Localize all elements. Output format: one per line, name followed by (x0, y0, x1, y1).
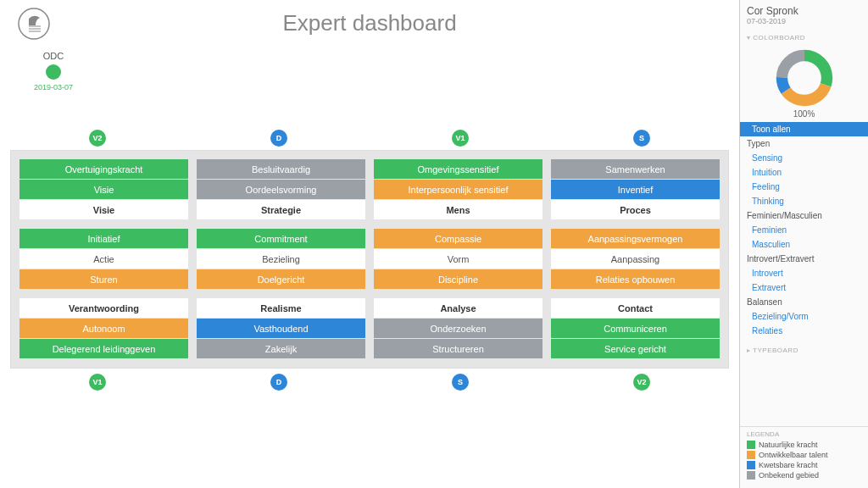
filter-group-header: Feminien/Masculien (740, 208, 868, 223)
competency-bar[interactable]: Autonoom (19, 319, 188, 339)
competency-bar[interactable]: Besluitvaardig (197, 159, 365, 180)
competency-bar[interactable]: Overtuigingskracht (19, 159, 188, 180)
legend-row: Kwetsbare kracht (747, 461, 861, 469)
colorboard-toggle[interactable]: Colorboard (740, 30, 868, 45)
competency-section: RealismeVasthoudendZakelijk (197, 298, 365, 359)
legend-label: Natuurlijke kracht (759, 441, 818, 449)
competency-bar[interactable]: Inventief (551, 180, 720, 200)
competency-bar[interactable]: Service gericht (551, 339, 720, 359)
competency-bar[interactable]: Contact (551, 298, 720, 319)
competency-bar[interactable]: Communiceren (551, 319, 720, 339)
legend-label: Ontwikkelbaar talent (759, 451, 828, 459)
competency-bar[interactable]: Sturen (19, 269, 188, 290)
competency-bar[interactable]: Oordeelsvorming (197, 180, 365, 200)
filter-item[interactable]: Feeling (740, 180, 868, 194)
competency-bar[interactable]: Omgevingssensitief (374, 159, 542, 180)
competency-bar[interactable]: Zakelijk (197, 339, 365, 359)
competency-bar[interactable]: Onderzoeken (374, 319, 542, 339)
legend-label: Onbekend gebied (759, 471, 819, 480)
legend: Legenda Natuurlijke krachtOntwikkelbaar … (740, 426, 868, 488)
competency-section: CommitmentBezielingDoelgericht (197, 229, 365, 290)
filter-toon-allen[interactable]: Toon allen (740, 122, 868, 136)
filter-item[interactable]: Intuition (740, 165, 868, 180)
competency-bar[interactable]: Actie (19, 249, 188, 269)
chart-percent: 100% (793, 109, 815, 119)
bottom-badge-row: V1DSV2 (12, 374, 727, 391)
column-badge: S (633, 130, 650, 147)
competency-section: SamenwerkenInventiefProces (551, 159, 720, 220)
competency-section: OvertuigingskrachtVisieVisie (19, 159, 188, 220)
filter-item[interactable]: Masculien (740, 237, 868, 252)
filter-item[interactable]: Bezieling/Vorm (740, 309, 868, 324)
legend-swatch (747, 471, 755, 480)
competency-bar[interactable]: Aanpassing (551, 249, 720, 269)
legend-title: Legenda (747, 430, 861, 438)
legend-label: Kwetsbare kracht (759, 461, 818, 469)
column-badge: V1 (89, 374, 106, 391)
filter-item[interactable]: Relaties (740, 324, 868, 338)
brand-logo (17, 7, 51, 41)
competency-bar[interactable]: Vasthoudend (197, 319, 365, 339)
legend-row: Natuurlijke kracht (747, 441, 861, 449)
legend-swatch (747, 441, 755, 449)
filter-item[interactable]: Feminien (740, 223, 868, 237)
competency-section: OmgevingssensitiefInterpersoonlijk sensi… (374, 159, 542, 220)
legend-row: Onbekend gebied (747, 471, 861, 480)
competency-bar[interactable]: Strategie (197, 200, 365, 220)
column-badge: V2 (89, 130, 106, 147)
filter-item[interactable]: Thinking (740, 194, 868, 208)
column-badge: V1 (452, 130, 469, 147)
odc-selector[interactable]: ODC 2019-03-07 (34, 51, 73, 92)
competency-bar[interactable]: Structureren (374, 339, 542, 359)
svg-point-4 (782, 55, 826, 100)
competency-section: BesluitvaardigOordeelsvormingStrategie (197, 159, 365, 220)
competency-bar[interactable]: Relaties opbouwen (551, 269, 720, 290)
filter-group-header: Typen (740, 136, 868, 151)
competency-bar[interactable]: Verantwoording (19, 298, 188, 319)
competency-bar[interactable]: Bezieling (197, 249, 365, 269)
competency-bar[interactable]: Discipline (374, 269, 542, 290)
competency-bar[interactable]: Vorm (374, 249, 542, 269)
competency-bar[interactable]: Interpersoonlijk sensitief (374, 180, 542, 200)
competency-section: InitiatiefActieSturen (19, 229, 188, 290)
competency-section: AanpassingsvermogenAanpassingRelaties op… (551, 229, 720, 290)
filter-item[interactable]: Introvert (740, 266, 868, 280)
column-badge: S (452, 374, 469, 391)
legend-row: Ontwikkelbaar talent (747, 451, 861, 459)
filter-item[interactable]: Sensing (740, 151, 868, 165)
competency-bar[interactable]: Mens (374, 200, 542, 220)
filter-item[interactable]: Extravert (740, 280, 868, 295)
colorboard-donut-chart (775, 48, 834, 108)
competency-bar[interactable]: Visie (19, 180, 188, 200)
odc-status-dot (46, 64, 61, 80)
competency-section: VerantwoordingAutonoomDelegerend leiding… (19, 298, 188, 359)
odc-date: 2019-03-07 (34, 83, 73, 92)
legend-swatch (747, 461, 755, 469)
odc-label: ODC (34, 51, 73, 61)
competency-bar[interactable]: Initiatief (19, 229, 188, 249)
competency-bar[interactable]: Samenwerken (551, 159, 720, 180)
typeboard-toggle[interactable]: Typeboard (740, 343, 868, 358)
competency-bar[interactable]: Aanpassingsvermogen (551, 229, 720, 249)
sidebar: Cor Spronk 07-03-2019 Colorboard 100% To… (739, 0, 868, 488)
competency-bar[interactable]: Analyse (374, 298, 542, 319)
competency-section: CompassieVormDiscipline (374, 229, 542, 290)
column-badge: D (270, 130, 287, 147)
competency-section: ContactCommunicerenService gericht (551, 298, 720, 359)
competency-bar[interactable]: Compassie (374, 229, 542, 249)
competency-bar[interactable]: Proces (551, 200, 720, 220)
column-badge: V2 (633, 374, 650, 391)
competency-bar[interactable]: Realisme (197, 298, 365, 319)
competency-bar[interactable]: Commitment (197, 229, 365, 249)
report-date: 07-03-2019 (747, 17, 861, 25)
filter-group-header: Balansen (740, 295, 868, 309)
competency-grid: OvertuigingskrachtVisieVisieBesluitvaard… (10, 150, 729, 369)
top-badge-row: V2DV1S (12, 130, 727, 147)
filter-group-header: Introvert/Extravert (740, 252, 868, 266)
competency-bar[interactable]: Doelgericht (197, 269, 365, 290)
filter-list: Toon allenTypenSensingIntuitionFeelingTh… (740, 122, 868, 343)
competency-bar[interactable]: Visie (19, 200, 188, 220)
column-badge: D (270, 374, 287, 391)
competency-bar[interactable]: Delegerend leidinggeven (19, 339, 188, 359)
user-name: Cor Spronk (747, 5, 861, 17)
